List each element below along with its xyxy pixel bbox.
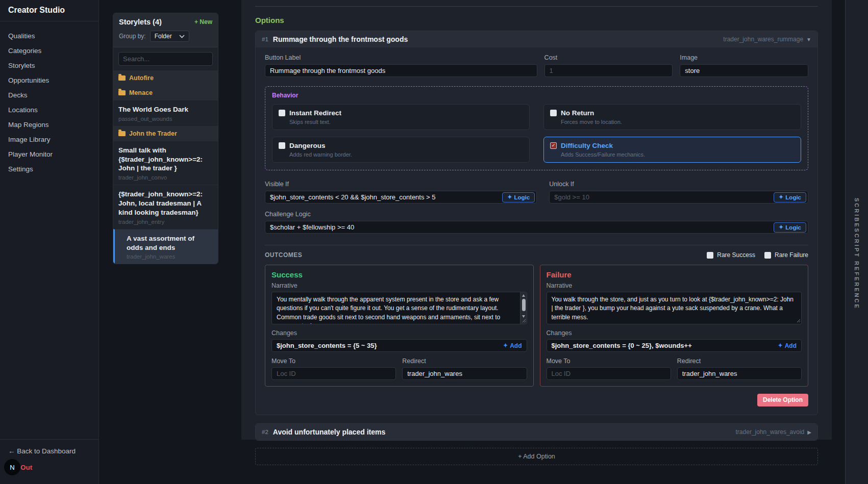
- behavior-card-instant-redirect[interactable]: Instant Redirect Skips result text.: [272, 104, 530, 130]
- delete-option-button[interactable]: Delete Option: [757, 394, 808, 406]
- success-changes-field[interactable]: $john_store_contents = {5 ~ 35} ✦ Add: [271, 339, 527, 352]
- add-change-button[interactable]: ✦ Add: [503, 342, 522, 349]
- failure-redirect-input[interactable]: [677, 367, 802, 380]
- group-by-label: Group by:: [119, 33, 146, 40]
- option-title: Avoid unfortunately placed items: [273, 428, 385, 436]
- success-title: Success: [271, 270, 527, 279]
- back-to-dashboard-link[interactable]: ← Back to Dashboard: [0, 440, 98, 455]
- checkbox-unchecked[interactable]: [707, 252, 713, 259]
- avatar[interactable]: N: [4, 459, 20, 475]
- sparkle-icon: ✦: [507, 194, 512, 200]
- folder-row-menace[interactable]: Menace: [113, 85, 218, 100]
- rare-failure-checkbox[interactable]: Rare Failure: [764, 251, 808, 259]
- unlock-if-input[interactable]: [549, 191, 808, 203]
- app-title: Creator Studio: [0, 0, 98, 21]
- behavior-card-difficulty-check[interactable]: ✓ Difficulty Check Adds Success/Failure …: [543, 137, 801, 163]
- sidebar-item-map-regions[interactable]: Map Regions: [0, 117, 98, 132]
- sidebar-item-decks[interactable]: Decks: [0, 88, 98, 103]
- option-id: trader_john_wares_rummage: [723, 36, 803, 43]
- storylet-item[interactable]: Small talk with {$trader_john_known>=2: …: [113, 141, 218, 185]
- changes-label: Changes: [547, 329, 802, 337]
- storylets-header: Storylets (4) + New Group by: Folder: [113, 13, 218, 47]
- add-option-button[interactable]: + Add Option: [255, 448, 818, 465]
- scroll-up-arrow-icon[interactable]: [522, 294, 525, 297]
- behavior-title: Instant Redirect: [289, 109, 341, 117]
- button-label-label: Button Label: [265, 54, 537, 61]
- reference-side-tab[interactable]: SCRIBESCRIPT REFERENCE: [845, 0, 868, 484]
- sidebar-item-locations[interactable]: Locations: [0, 103, 98, 117]
- storylet-title: {$trader_john_known>=2: John, local trad…: [118, 190, 213, 217]
- new-storylet-button[interactable]: + New: [194, 18, 212, 26]
- sidebar-item-categories[interactable]: Categories: [0, 43, 98, 58]
- storylet-id: trader_john_wares: [127, 253, 213, 260]
- sparkle-icon: ✦: [778, 342, 782, 349]
- folder-row-autofire[interactable]: Autofire: [113, 70, 218, 85]
- sidebar-item-player-monitor[interactable]: Player Monitor: [0, 147, 98, 162]
- changes-value: $john_store_contents = {0 ~ 25}, $wounds…: [552, 342, 778, 349]
- search-input[interactable]: [118, 52, 213, 66]
- logout-row: Out N: [0, 458, 98, 479]
- image-input[interactable]: [680, 64, 808, 77]
- storylet-title: The World Goes Dark: [118, 105, 213, 114]
- main-editor-panel: Options #1 Rummage through the frontmost…: [241, 0, 832, 440]
- failure-narrative-textarea[interactable]: You walk through the store, and just as …: [547, 292, 802, 324]
- storylet-id: trader_john_entry: [118, 219, 213, 225]
- folder-row-john-the-trader[interactable]: John the Trader: [113, 126, 218, 141]
- success-outcome-box: Success Narrative You mentally walk thro…: [265, 265, 534, 387]
- checkbox-unchecked[interactable]: [279, 110, 285, 116]
- storylet-title: Small talk with {$trader_john_known>=2: …: [118, 146, 213, 173]
- sidebar-footer: ← Back to Dashboard Out N: [0, 439, 98, 484]
- collapse-chevron-icon[interactable]: ▶: [807, 429, 811, 435]
- behavior-desc: Forces move to location.: [561, 119, 795, 125]
- storylet-item[interactable]: {$trader_john_known>=2: John, local trad…: [113, 185, 218, 228]
- checkbox-checked[interactable]: ✓: [550, 142, 557, 149]
- cost-input[interactable]: [544, 64, 673, 77]
- storylet-item[interactable]: The World Goes Dark passed_out_wounds: [113, 100, 218, 126]
- checkbox-unchecked[interactable]: [279, 142, 285, 149]
- section-divider: [255, 6, 818, 7]
- resize-grip-icon[interactable]: [796, 318, 801, 323]
- option-2-header[interactable]: #2 Avoid unfortunately placed items trad…: [256, 424, 817, 440]
- scrollbar-thumb[interactable]: [522, 299, 526, 311]
- sidebar-item-qualities[interactable]: Qualities: [0, 29, 98, 43]
- logic-builder-button[interactable]: ✦ Logic: [774, 222, 806, 233]
- challenge-logic-input[interactable]: [265, 221, 808, 234]
- option-card-1: #1 Rummage through the frontmost goods t…: [255, 31, 818, 415]
- collapse-chevron-icon[interactable]: ▼: [806, 37, 811, 42]
- move-to-label: Move To: [271, 358, 396, 365]
- logout-link[interactable]: Out: [20, 464, 32, 471]
- behavior-card-no-return[interactable]: No Return Forces move to location.: [543, 104, 801, 130]
- button-label-input[interactable]: [265, 64, 537, 77]
- success-move-to-input[interactable]: [271, 367, 396, 380]
- option-number: #1: [262, 36, 268, 42]
- reference-tab-label[interactable]: SCRIBESCRIPT REFERENCE: [854, 198, 860, 310]
- folder-label: John the Trader: [129, 130, 177, 137]
- outcomes-divider: [265, 245, 808, 245]
- behavior-title: Difficulty Check: [561, 142, 613, 149]
- checkbox-unchecked[interactable]: [764, 252, 771, 259]
- storylet-item-selected[interactable]: A vast assortment of odds and ends trade…: [113, 229, 218, 264]
- storylets-title: Storylets (4): [119, 18, 162, 26]
- scroll-down-arrow-icon[interactable]: [522, 315, 525, 318]
- sidebar-item-storylets[interactable]: Storylets: [0, 58, 98, 73]
- checkbox-unchecked[interactable]: [550, 110, 557, 116]
- failure-changes-field[interactable]: $john_store_contents = {0 ~ 25}, $wounds…: [547, 339, 802, 352]
- add-change-button[interactable]: ✦ Add: [778, 342, 797, 349]
- sidebar-item-settings[interactable]: Settings: [0, 162, 98, 176]
- sidebar-item-image-library[interactable]: Image Library: [0, 132, 98, 147]
- storylets-panel: Storylets (4) + New Group by: Folder Aut…: [113, 13, 218, 264]
- resize-grip-icon[interactable]: [522, 318, 526, 323]
- logic-builder-button[interactable]: ✦ Logic: [774, 192, 806, 202]
- option-1-header[interactable]: #1 Rummage through the frontmost goods t…: [256, 31, 817, 47]
- rare-success-checkbox[interactable]: Rare Success: [707, 251, 755, 259]
- failure-outcome-box: Failure Narrative You walk through the s…: [540, 265, 809, 387]
- success-redirect-input[interactable]: [402, 367, 527, 380]
- group-by-select[interactable]: Folder: [150, 31, 189, 42]
- logic-builder-button[interactable]: ✦ Logic: [502, 192, 535, 202]
- sidebar-item-opportunities[interactable]: Opportunities: [0, 73, 98, 88]
- behavior-card-dangerous[interactable]: Dangerous Adds red warning border.: [272, 137, 530, 163]
- success-narrative-textarea[interactable]: You mentally walk through the apparent s…: [271, 292, 527, 324]
- folder-label: Menace: [129, 89, 153, 96]
- visible-if-input[interactable]: [265, 191, 537, 203]
- failure-move-to-input[interactable]: [547, 367, 671, 380]
